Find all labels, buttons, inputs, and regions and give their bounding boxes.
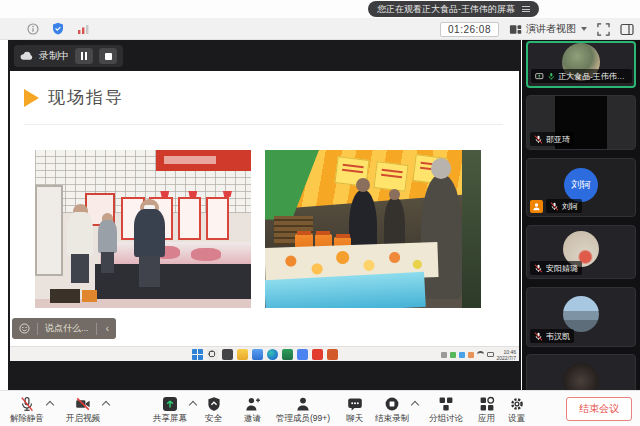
tray-icon[interactable] (450, 352, 456, 358)
manage-members-button[interactable]: 管理成员(99+) (276, 393, 330, 425)
end-meeting-button[interactable]: 结束会议 (566, 397, 632, 421)
recording-status: 录制中 (39, 49, 69, 63)
tray-icon[interactable] (468, 352, 474, 358)
chat-overlay[interactable]: 说点什么... ‹ (12, 318, 116, 339)
participant-name: 正大食品-王伟伟的... (558, 71, 628, 82)
layout-toggle-icon[interactable] (620, 23, 634, 36)
shield-icon[interactable] (52, 22, 64, 35)
apps-grid-icon (479, 396, 495, 412)
stop-record-icon (384, 396, 400, 412)
participant-tile[interactable]: 邵亚琦 (526, 95, 636, 150)
file-explorer-icon[interactable] (237, 349, 248, 360)
participant-label: 韦汉凯 (530, 329, 574, 343)
unmute-button[interactable]: 解除静音 (10, 393, 44, 425)
participant-label: 邵亚琦 (530, 132, 574, 146)
breakout-blocks-icon (438, 396, 454, 412)
participant-label: 刘轲 (546, 199, 582, 213)
security-shield-icon (206, 396, 222, 412)
collapse-chat-icon[interactable]: ‹ (104, 323, 110, 334)
participant-photo-avatar (563, 363, 599, 390)
participant-initial-avatar: 刘轲 (564, 168, 598, 202)
stop-recording-toolbar-button[interactable]: 结束录制 (375, 393, 409, 425)
participant-tile[interactable]: 刘轲 刘轲 (526, 158, 636, 217)
participant-name: 韦汉凯 (546, 331, 570, 342)
mic-muted-icon (534, 332, 543, 341)
share-menu-chevron-icon[interactable] (189, 400, 197, 408)
fullscreen-icon[interactable] (597, 23, 610, 36)
tray-icon[interactable] (441, 352, 447, 358)
stop-recording-button[interactable] (99, 48, 117, 64)
search-icon[interactable] (207, 349, 218, 360)
hand-raised-badge (530, 200, 543, 213)
triangle-bullet-icon (24, 89, 39, 107)
chat-bubble-icon (347, 396, 363, 412)
share-screen-button[interactable]: 共享屏幕 (153, 393, 187, 425)
presentation-slide: 现场指导 (10, 71, 519, 346)
breakout-rooms-button[interactable]: 分组讨论 (429, 393, 463, 425)
slide-photos (35, 150, 481, 308)
taskbar-clock[interactable]: 10:46 2022/7/7 (497, 349, 516, 361)
person-icon (532, 202, 541, 211)
tray-icon[interactable] (459, 352, 465, 358)
participant-tile[interactable]: 正大食品-王伟伟的... (526, 41, 636, 88)
view-mode-button[interactable]: 演讲者视图 (509, 22, 587, 36)
windows-taskbar: 10:46 2022/7/7 (10, 346, 519, 361)
pause-recording-button[interactable] (75, 48, 93, 64)
record-menu-chevron-icon[interactable] (411, 400, 419, 408)
mic-on-icon (547, 72, 556, 81)
menu-icon[interactable] (522, 5, 530, 14)
slide-title: 现场指导 (48, 86, 124, 109)
camera-off-icon (75, 396, 91, 412)
mic-muted-icon (550, 202, 559, 211)
windows-start-icon[interactable] (192, 349, 203, 360)
wps-icon[interactable] (312, 349, 323, 360)
chat-button[interactable]: 聊天 (346, 393, 363, 425)
participant-tile[interactable]: 安阳婧璐 (526, 225, 636, 279)
app-blue-icon[interactable] (297, 349, 308, 360)
screen-share-icon (535, 72, 544, 81)
network-signal-icon[interactable] (77, 23, 90, 35)
emoji-icon[interactable] (19, 323, 30, 334)
mic-muted-icon (534, 264, 543, 273)
taskbar-app-icons (192, 349, 338, 360)
invite-button[interactable]: 邀请 (244, 393, 261, 425)
slide-title-row: 现场指导 (24, 86, 124, 109)
speaker-view-icon (509, 23, 522, 36)
taskbar-tray: 10:46 2022/7/7 (441, 348, 516, 361)
participant-photo-avatar (563, 296, 599, 332)
participant-label: 正大食品-王伟伟的... (531, 69, 632, 83)
recording-indicator: 录制中 (14, 45, 123, 67)
settings-button[interactable]: 设置 (508, 393, 525, 425)
share-screen-icon (162, 396, 178, 412)
mail-icon[interactable] (252, 349, 263, 360)
participant-tile[interactable] (526, 354, 636, 390)
edge-browser-icon[interactable] (267, 349, 278, 360)
title-divider (24, 124, 503, 125)
taskbar-date: 2022/7/7 (497, 355, 516, 361)
powerpoint-icon[interactable] (327, 349, 338, 360)
mic-muted-icon (19, 396, 35, 412)
gear-icon (509, 396, 525, 412)
participant-name: 刘轲 (562, 201, 578, 212)
shared-screen-stage: 录制中 现场指导 (8, 40, 521, 390)
mic-muted-icon (534, 135, 543, 144)
chat-input-placeholder[interactable]: 说点什么... (45, 322, 89, 335)
excel-icon[interactable] (282, 349, 293, 360)
participant-name: 邵亚琦 (546, 134, 570, 145)
wifi-icon[interactable] (477, 351, 484, 358)
video-menu-chevron-icon[interactable] (102, 400, 110, 408)
info-icon[interactable] (27, 23, 39, 35)
participant-name: 安阳婧璐 (546, 263, 578, 274)
battery-icon[interactable] (487, 352, 494, 357)
unmute-menu-chevron-icon[interactable] (46, 400, 54, 408)
view-mode-label: 演讲者视图 (526, 22, 576, 36)
taskview-icon[interactable] (222, 349, 233, 360)
watching-banner-text: 您正在观看正大食品-王伟伟的屏幕 (377, 3, 515, 16)
photo-meat-shop (35, 150, 251, 308)
apps-button[interactable]: 应用 (478, 393, 495, 425)
cloud-record-icon (20, 51, 33, 61)
participant-tile[interactable]: 韦汉凯 (526, 287, 636, 347)
start-video-button[interactable]: 开启视频 (66, 393, 100, 425)
security-button[interactable]: 安全 (205, 393, 222, 425)
meeting-window: 您正在观看正大食品-王伟伟的屏幕 01:26:08 (0, 0, 640, 426)
